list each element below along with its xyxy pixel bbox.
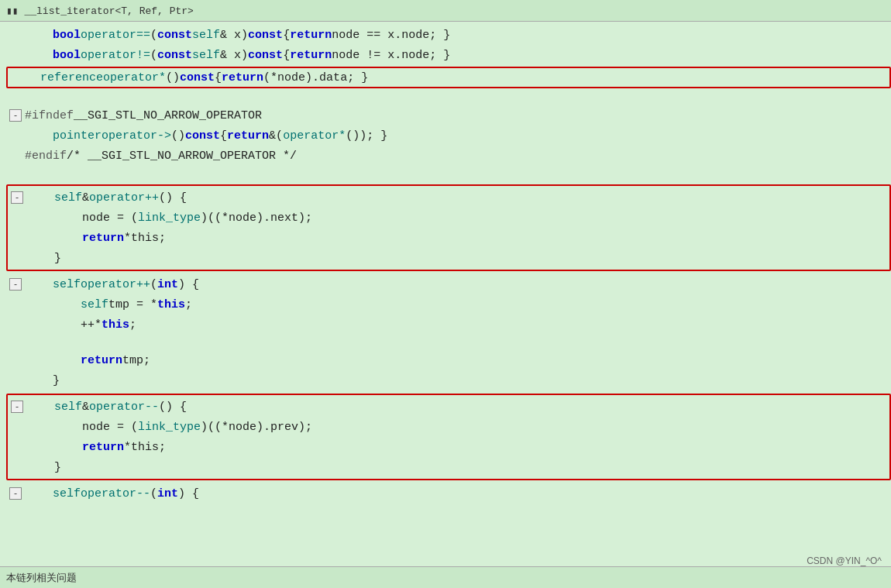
code-token: self bbox=[81, 298, 108, 311]
indent bbox=[25, 318, 81, 332]
code-token: operator!= bbox=[81, 49, 150, 62]
blank-line bbox=[6, 166, 891, 181]
code-token: ; bbox=[129, 318, 136, 332]
code-token: const bbox=[185, 129, 220, 143]
code-token: operator* bbox=[283, 129, 346, 143]
boxed-row: - self& operator++() { bbox=[8, 187, 889, 208]
top-bar-text: ▮▮ __list_iterator<T, Ref, Ptr> bbox=[6, 5, 194, 17]
indent bbox=[25, 49, 53, 62]
code-token: int bbox=[157, 278, 178, 291]
code-token: } bbox=[53, 374, 60, 387]
code-row: ++*this; bbox=[6, 315, 891, 335]
code-token: &( bbox=[269, 129, 283, 143]
fold-button[interactable]: - bbox=[9, 278, 22, 291]
code-token: tmp; bbox=[122, 354, 150, 367]
indent bbox=[25, 487, 53, 500]
code-token: self bbox=[192, 49, 220, 62]
fold-button[interactable]: - bbox=[9, 109, 22, 122]
boxed-row: } bbox=[8, 457, 889, 477]
code-token: pointer bbox=[53, 129, 101, 143]
code-token: operator-> bbox=[101, 129, 171, 143]
code-token: return bbox=[290, 29, 332, 42]
indent bbox=[26, 421, 82, 434]
code-area: ▮▮ __list_iterator<T, Ref, Ptr> bool ope… bbox=[0, 0, 891, 588]
code-token: )((*node).next); bbox=[201, 211, 312, 225]
blank-line bbox=[6, 335, 891, 350]
code-token: () bbox=[166, 71, 180, 84]
code-token: self bbox=[54, 191, 82, 205]
code-token: operator++ bbox=[81, 278, 150, 291]
fold-button[interactable]: - bbox=[9, 487, 22, 500]
indent bbox=[25, 298, 81, 311]
code-token: bool bbox=[53, 49, 81, 62]
code-token: ++* bbox=[81, 318, 101, 332]
code-row: - self operator++(int) { bbox=[6, 274, 891, 294]
code-token: return bbox=[81, 354, 122, 367]
code-token: operator-- bbox=[89, 401, 159, 414]
boxed-row: return *this; bbox=[8, 228, 889, 248]
code-token: node = ( bbox=[82, 211, 138, 225]
indent bbox=[26, 191, 54, 205]
code-token: self bbox=[54, 401, 82, 414]
boxed-row: node = (link_type)((*node).prev); bbox=[8, 417, 889, 437]
code-token: ( bbox=[150, 487, 157, 500]
fold-button[interactable]: - bbox=[11, 191, 23, 204]
code-row: bool operator==(const self& x) const { r… bbox=[6, 25, 891, 45]
indent bbox=[26, 461, 54, 474]
indent bbox=[26, 252, 54, 265]
code-token: __SGI_STL_NO_ARROW_OPERATOR bbox=[74, 109, 262, 122]
code-token: /* __SGI_STL_NO_ARROW_OPERATOR */ bbox=[67, 150, 297, 163]
boxed-row: - self& operator--() { bbox=[8, 397, 889, 417]
code-token: (*node).data; } bbox=[263, 71, 368, 84]
indent bbox=[25, 129, 53, 143]
code-token: operator++ bbox=[89, 191, 159, 205]
code-token: ()); } bbox=[346, 129, 387, 143]
code-token: *this; bbox=[124, 232, 166, 245]
code-token: & x) bbox=[220, 29, 248, 42]
code-token: reference bbox=[40, 71, 103, 84]
code-row: } bbox=[6, 370, 891, 390]
code-row: bool operator!=(const self& x) const { r… bbox=[6, 45, 891, 65]
code-token: return bbox=[82, 232, 124, 245]
code-row: - self operator--(int) { bbox=[6, 483, 891, 504]
indent bbox=[25, 278, 53, 291]
code-token: const bbox=[157, 29, 192, 42]
code-row: return tmp; bbox=[6, 350, 891, 370]
code-token: #ifndef bbox=[25, 109, 74, 122]
code-row: #endif /* __SGI_STL_NO_ARROW_OPERATOR */ bbox=[6, 146, 891, 166]
code-token: node = ( bbox=[82, 421, 138, 434]
code-token: link_type bbox=[138, 421, 201, 434]
code-token: ( bbox=[150, 29, 157, 42]
code-token: ( bbox=[150, 49, 157, 62]
code-token: const bbox=[157, 49, 192, 62]
code-token: { bbox=[220, 129, 227, 143]
code-token: operator-- bbox=[81, 487, 150, 500]
code-token: node != x.node; } bbox=[332, 49, 450, 62]
code-token: ) { bbox=[178, 278, 199, 291]
boxed-row: node = (link_type)((*node).next); bbox=[8, 208, 889, 228]
blank-line bbox=[6, 90, 891, 105]
bottom-bar: 本链列相关问题 bbox=[0, 566, 891, 588]
code-token: { bbox=[283, 49, 290, 62]
code-token: ( bbox=[150, 278, 157, 291]
code-token: & bbox=[82, 401, 89, 414]
code-token: () { bbox=[159, 191, 187, 205]
code-token: const bbox=[180, 71, 215, 84]
boxed-multi: - self& operator++() { node = (link_type… bbox=[6, 184, 891, 271]
code-token: () { bbox=[159, 401, 187, 414]
code-token: const bbox=[248, 49, 283, 62]
indent bbox=[26, 441, 82, 454]
fold-button[interactable]: - bbox=[11, 401, 23, 413]
code-token: const bbox=[248, 29, 283, 42]
code-token: { bbox=[215, 71, 222, 84]
code-token: bool bbox=[53, 29, 81, 42]
indent bbox=[26, 401, 54, 414]
boxed-row: } bbox=[8, 248, 889, 268]
indent bbox=[12, 71, 40, 84]
code-token: ; bbox=[185, 298, 192, 311]
code-token: } bbox=[54, 461, 61, 474]
code-token: return bbox=[222, 71, 263, 84]
code-token: this bbox=[157, 298, 185, 311]
code-token: self bbox=[53, 487, 81, 500]
code-row: pointer operator->() const { return &(op… bbox=[6, 126, 891, 146]
